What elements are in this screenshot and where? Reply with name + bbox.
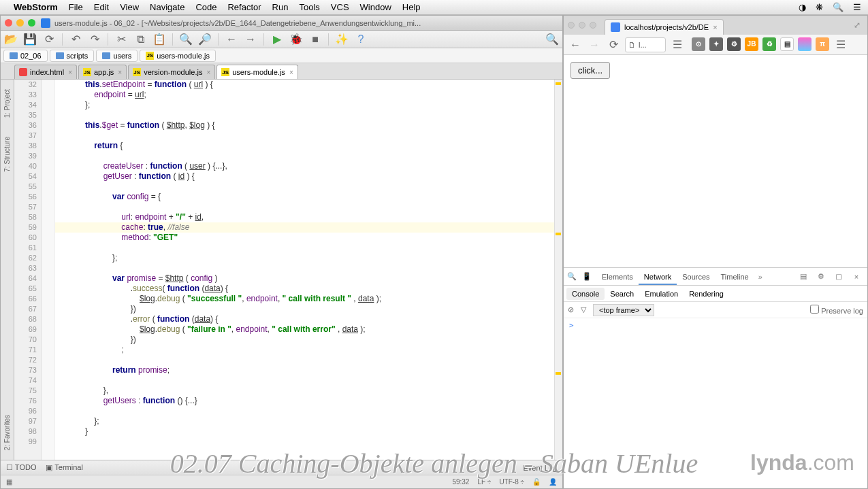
menu-refactor[interactable]: Refactor (227, 2, 261, 12)
editor-tab[interactable]: JSversion-module.js× (128, 65, 215, 79)
reload-icon[interactable]: ⟳ (606, 37, 621, 52)
forward-icon[interactable]: → (244, 33, 257, 46)
window-controls[interactable] (5, 19, 35, 27)
clear-icon[interactable]: ⊘ (568, 305, 574, 314)
lock-icon[interactable]: 🔓 (532, 478, 541, 486)
zoom-icon[interactable] (28, 19, 35, 27)
editor-tab[interactable]: JSapp.js× (78, 65, 127, 79)
ext-icon[interactable]: ⊙ (692, 37, 705, 51)
menu-list-icon[interactable]: ☰ (853, 2, 861, 12)
frame-select[interactable]: <top frame> (593, 304, 654, 316)
ext-icon[interactable]: π (816, 37, 829, 51)
close-tab-icon[interactable]: × (118, 69, 122, 76)
ext-icon[interactable]: ⚙ (727, 37, 741, 51)
sync-icon[interactable]: ⟳ (43, 33, 55, 46)
code-area[interactable]: this.setEndpoint = function ( url ) { en… (55, 80, 562, 460)
project-tab[interactable]: 1: Project (2, 86, 12, 120)
close-tab-icon[interactable]: × (713, 23, 717, 31)
menu-file[interactable]: File (69, 2, 83, 12)
status-icon[interactable]: ▦ (6, 478, 12, 486)
devtools-subtab-rendering[interactable]: Rendering (684, 288, 729, 300)
replace-icon[interactable]: 🔎 (199, 33, 211, 46)
debug-icon[interactable]: 🐞 (290, 33, 302, 46)
status-icon[interactable]: ◑ (799, 2, 806, 12)
favorites-tab[interactable]: 2: Favorites (2, 412, 12, 453)
devtools-tab-network[interactable]: Network (639, 270, 677, 285)
copy-icon[interactable]: ⧉ (134, 33, 146, 46)
cut-icon[interactable]: ✂ (115, 33, 127, 46)
help-icon[interactable]: ? (355, 33, 367, 46)
omnibox-icon[interactable]: ☰ (670, 37, 685, 52)
open-icon[interactable]: 📂 (5, 33, 17, 46)
window-controls[interactable] (568, 22, 596, 29)
back-icon[interactable]: ← (225, 33, 238, 46)
crumb[interactable]: users (96, 50, 138, 62)
menu-icon[interactable]: ☰ (833, 37, 848, 52)
back-icon[interactable]: ← (568, 37, 583, 52)
ext-icon[interactable] (798, 37, 811, 51)
devtools-subtab-console[interactable]: Console (566, 288, 605, 300)
minimize-icon[interactable] (16, 19, 24, 27)
fullscreen-icon[interactable]: ⤢ (851, 18, 863, 33)
undo-icon[interactable]: ↶ (69, 33, 82, 46)
redo-icon[interactable]: ↷ (89, 33, 101, 46)
line-separator[interactable]: LF ÷ (477, 478, 491, 486)
menu-window[interactable]: Window (360, 2, 391, 12)
ext-icon[interactable]: ♻ (762, 37, 776, 51)
crumb[interactable]: 02_06 (3, 50, 48, 62)
editor-tab[interactable]: index.html× (14, 65, 77, 79)
menu-help[interactable]: Help (402, 2, 421, 12)
devtools-tab-sources[interactable]: Sources (677, 270, 715, 284)
preserve-log-checkbox[interactable]: Preserve log (810, 305, 863, 315)
zoom-icon[interactable] (590, 22, 596, 29)
inspect-icon[interactable]: 🔍 (566, 271, 577, 282)
ext-icon[interactable]: ✦ (709, 37, 723, 51)
menu-view[interactable]: View (120, 2, 139, 12)
crumb[interactable]: JSusers-module.js (140, 50, 216, 62)
devtools-subtab-search[interactable]: Search (605, 288, 639, 300)
close-tab-icon[interactable]: × (68, 69, 72, 76)
menu-code[interactable]: Code (195, 2, 216, 12)
status-icon[interactable]: ❋ (816, 2, 823, 12)
devtools-tab-timeline[interactable]: Timeline (716, 270, 754, 284)
find-icon[interactable]: 🔍 (180, 33, 192, 46)
close-icon[interactable] (5, 19, 12, 27)
devtools-subtab-emulation[interactable]: Emulation (639, 288, 684, 300)
hector-icon[interactable]: 👤 (549, 478, 557, 486)
wand-icon[interactable]: ✨ (336, 33, 348, 46)
menu-run[interactable]: Run (272, 2, 289, 12)
filter-icon[interactable]: ▽ (581, 305, 586, 314)
search-icon[interactable]: 🔍 (546, 33, 558, 46)
forward-icon[interactable]: → (587, 37, 602, 52)
paste-icon[interactable]: 📋 (153, 33, 165, 46)
ext-icon[interactable]: ▤ (780, 37, 794, 51)
crumb[interactable]: scripts (50, 50, 95, 62)
close-icon[interactable] (568, 22, 575, 29)
address-bar[interactable]: 🗋 l... (625, 37, 666, 52)
fold-column[interactable] (42, 80, 55, 460)
structure-tab[interactable]: 7: Structure (2, 134, 12, 175)
code-editor[interactable]: 3233343536373839405455565758596061626364… (14, 80, 562, 460)
close-tab-icon[interactable]: × (206, 69, 210, 76)
menu-vcs[interactable]: VCS (331, 2, 349, 12)
chevron-right-icon[interactable]: » (758, 273, 762, 281)
browser-tab[interactable]: localhost/projects/v2b/DE × (605, 19, 724, 35)
encoding[interactable]: UTF-8 ÷ (499, 478, 524, 486)
save-icon[interactable]: 💾 (24, 33, 36, 46)
menu-edit[interactable]: Edit (94, 2, 109, 12)
editor-tab[interactable]: JSusers-module.js× (216, 65, 298, 79)
app-name[interactable]: WebStorm (14, 2, 58, 12)
run-icon[interactable]: ▶ (271, 33, 283, 46)
spotlight-icon[interactable]: 🔍 (833, 2, 843, 12)
devtools-tab-elements[interactable]: Elements (596, 270, 639, 284)
close-tab-icon[interactable]: × (289, 69, 293, 76)
terminal-tab[interactable]: ▣ Terminal (46, 463, 82, 472)
menu-navigate[interactable]: Navigate (150, 2, 184, 12)
device-icon[interactable]: 📱 (581, 271, 592, 282)
console-toggle-icon[interactable]: ▤ (798, 271, 809, 282)
todo-tab[interactable]: ☐ TODO (6, 463, 36, 472)
minimize-icon[interactable] (579, 22, 585, 29)
dock-icon[interactable]: ▢ (833, 271, 844, 282)
settings-icon[interactable]: ⚙ (816, 271, 826, 282)
click-button[interactable]: click... (570, 62, 610, 79)
